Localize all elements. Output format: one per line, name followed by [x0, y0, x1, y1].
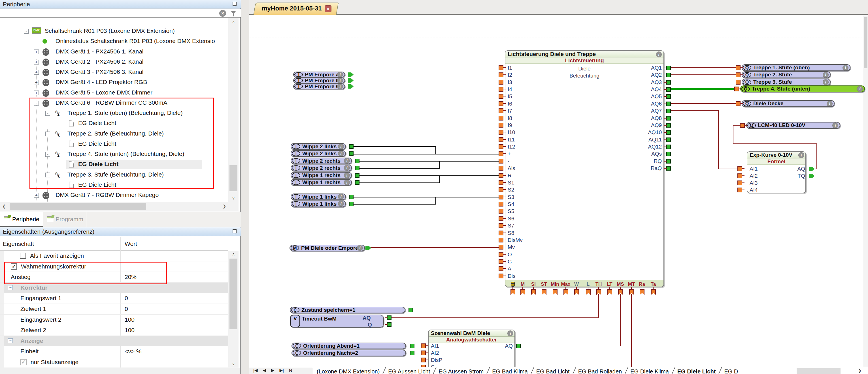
input-connector[interactable]: [499, 144, 503, 149]
output-connector[interactable]: [666, 151, 671, 156]
tree-item[interactable]: -∿Treppe 4. Stufe (unten) (Beleuchtung, …: [0, 149, 228, 159]
param-connector[interactable]: [608, 289, 612, 295]
tree-item[interactable]: -∿Treppe 2. Stufe (Beleuchtung, Diele): [0, 129, 228, 139]
property-row[interactable]: Zielwert 10: [0, 304, 228, 315]
property-value[interactable]: 100: [125, 316, 134, 323]
property-value[interactable]: 0: [125, 306, 128, 312]
input-connector[interactable]: [499, 151, 503, 156]
page-tab[interactable]: EG D: [721, 367, 741, 374]
sensor-pill[interactable]: CZustand speichern=1: [290, 307, 405, 313]
tree-hscrollbar[interactable]: ❮ ❯: [0, 202, 239, 211]
checkbox-checked[interactable]: ✓: [21, 359, 27, 365]
property-value[interactable]: <v> %: [125, 348, 142, 355]
clear-filter-icon[interactable]: ✕: [219, 10, 226, 17]
tree-filter-input[interactable]: ✕: [0, 9, 241, 18]
tree-item[interactable]: -DMXSchaltschrank R01 P03 (Loxone DMX Ex…: [0, 26, 228, 36]
output-connector[interactable]: [666, 80, 671, 84]
tree-expand-icon[interactable]: +: [34, 49, 39, 54]
output-connector[interactable]: [666, 130, 671, 135]
pill-output-connector[interactable]: [349, 202, 353, 206]
pill-output-connector[interactable]: [410, 344, 414, 348]
sensor-pill[interactable]: IPM Empore A: [293, 72, 345, 77]
canvas-vscrollbar[interactable]: [863, 15, 868, 367]
input-connector[interactable]: [499, 252, 503, 257]
property-value[interactable]: 0: [125, 295, 128, 302]
input-connector[interactable]: [737, 188, 742, 192]
property-group-row[interactable]: −Anzeige: [0, 336, 228, 346]
sensor-pill[interactable]: IPM Empore C: [293, 83, 345, 90]
output-connector[interactable]: [666, 109, 671, 113]
close-tab-icon[interactable]: x: [324, 5, 332, 12]
input-connector[interactable]: [499, 65, 503, 70]
tree-item[interactable]: +DMX Gerät 1 - PX24506 1. Kanal: [0, 47, 228, 57]
actuator-pill[interactable]: QTreppe 4. Stufe (unten): [740, 86, 865, 92]
output-connector[interactable]: [809, 174, 814, 178]
page-nav-buttons[interactable]: |◀◀▶▶|N: [249, 367, 313, 374]
tree-item[interactable]: -∿Treppe 1. Stufe (oben) (Beleuchtung, D…: [0, 108, 228, 118]
input-connector[interactable]: [499, 166, 503, 171]
info-icon[interactable]: [798, 152, 804, 158]
input-connector[interactable]: [421, 343, 426, 348]
param-connector[interactable]: [520, 289, 525, 295]
pill-output-connector[interactable]: [349, 195, 353, 199]
output-connector[interactable]: [809, 167, 814, 171]
output-connector[interactable]: [666, 137, 671, 142]
info-icon[interactable]: [344, 179, 350, 185]
info-icon[interactable]: [338, 143, 344, 149]
param-connector[interactable]: [510, 289, 515, 295]
input-connector[interactable]: [499, 216, 503, 221]
param-connector[interactable]: [586, 289, 591, 295]
input-connector[interactable]: [499, 94, 503, 99]
info-icon[interactable]: [507, 331, 513, 336]
input-connector[interactable]: [499, 266, 503, 271]
input-connector[interactable]: [737, 166, 742, 171]
sensor-pill[interactable]: IWippe 1 links: [291, 194, 346, 200]
param-connector[interactable]: [651, 289, 656, 295]
tree-item[interactable]: EG Diele Licht: [0, 118, 228, 129]
column-divider[interactable]: [120, 237, 121, 251]
input-connector[interactable]: [499, 274, 503, 278]
sensor-pill[interactable]: IWippe 2 rechts: [291, 165, 352, 171]
tree-item[interactable]: EG Diele Licht: [0, 180, 228, 190]
output-connector[interactable]: [666, 66, 671, 70]
tree-expand-icon[interactable]: +: [34, 91, 39, 95]
pill-output-connector[interactable]: [355, 159, 360, 163]
sensor-pill[interactable]: IWippe 1 rechts: [291, 172, 352, 178]
info-icon[interactable]: [337, 77, 343, 83]
pill-output-connector[interactable]: [408, 308, 413, 312]
property-row[interactable]: Zielwert 2100: [0, 325, 228, 336]
pill-output-connector[interactable]: [348, 78, 353, 83]
input-connector[interactable]: [499, 116, 503, 121]
group-collapse-icon[interactable]: −: [8, 338, 13, 343]
page-tab[interactable]: EG Aussen Licht: [385, 367, 433, 374]
sensor-pill[interactable]: IWippe 2 links: [291, 150, 346, 157]
canvas-vscroll-thumb[interactable]: [864, 17, 867, 68]
sensor-pill[interactable]: IWippe 2 links: [291, 143, 346, 150]
tree-expand-icon[interactable]: +: [34, 60, 39, 65]
sensor-pill[interactable]: COrientierung Nacht=2: [291, 350, 406, 356]
page-nav-button[interactable]: ▶: [271, 368, 275, 373]
param-connector[interactable]: [553, 289, 558, 295]
input-connector[interactable]: [737, 180, 742, 185]
property-row[interactable]: Einheit<v> %: [0, 346, 228, 357]
param-connector[interactable]: [618, 289, 623, 295]
szenenwahl-block[interactable]: Szenenwahl BwM Diele Analogwahlschalter: [428, 330, 515, 372]
output-connector[interactable]: [666, 123, 671, 128]
scroll-down-icon[interactable]: ∨: [228, 362, 239, 366]
actuator-pill[interactable]: QTreppe 1. Stufe (oben): [742, 64, 850, 71]
info-icon[interactable]: [842, 65, 848, 71]
tree-item[interactable]: +DMX Gerät 7 - RGBW Dimmer Kapego: [0, 190, 228, 200]
program-canvas[interactable]: myHome 2015-05-31 x Lichtsteuerung Diele…: [249, 0, 868, 374]
tree-vscroll-thumb[interactable]: [229, 165, 238, 191]
tree-vscrollbar[interactable]: ∧ ∨: [228, 18, 239, 202]
sensor-pill[interactable]: IWippe 1 rechts: [291, 179, 352, 185]
page-nav-button[interactable]: ▶|: [280, 368, 284, 373]
pill-output-connector[interactable]: [348, 72, 353, 77]
param-connector[interactable]: [640, 289, 645, 295]
info-icon[interactable]: [344, 172, 350, 178]
input-connector[interactable]: [499, 159, 503, 164]
output-connector[interactable]: [666, 102, 671, 106]
input-connector[interactable]: [499, 72, 503, 77]
tree-expand-icon[interactable]: +: [34, 70, 39, 75]
output-connector[interactable]: [387, 315, 392, 320]
